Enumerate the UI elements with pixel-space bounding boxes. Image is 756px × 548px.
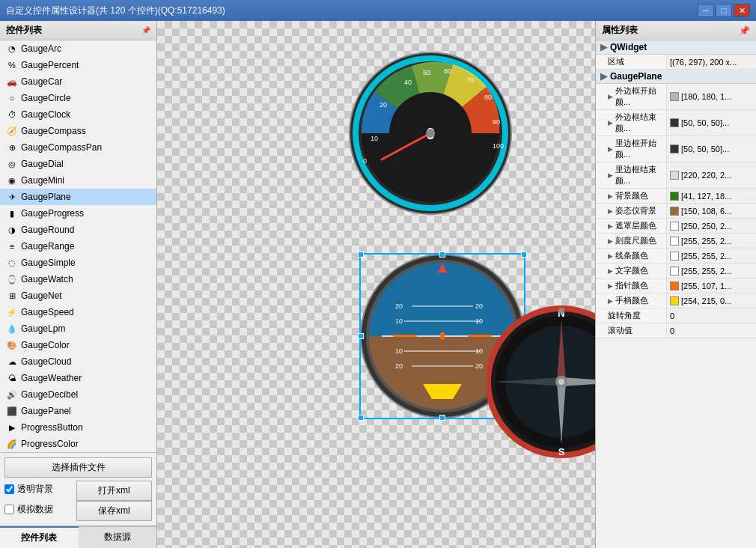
svg-point-66 [558, 308, 564, 314]
props-key: ▶线条颜色 [596, 249, 667, 263]
save-xml-button[interactable]: 保存xml [76, 501, 153, 521]
props-value: [255, 255, 2... [667, 264, 756, 278]
props-key: ▶遮罩层颜色 [596, 219, 667, 233]
svg-text:10: 10 [475, 347, 483, 355]
component-item-gaugepanel[interactable]: ⬛GaugePanel [0, 403, 156, 419]
component-item-gaugedial[interactable]: ◎GaugeDial [0, 156, 156, 172]
color-swatch[interactable] [670, 296, 679, 305]
color-swatch[interactable] [670, 171, 679, 180]
cloud-icon: ☁ [6, 356, 18, 368]
props-row: 滚动值0 [596, 323, 756, 338]
svg-text:20: 20 [395, 302, 403, 310]
center-canvas[interactable]: 0 10 20 40 50 60 70 80 90 100 0 [157, 21, 595, 548]
component-item-gaugeprogress[interactable]: ▮GaugeProgress [0, 205, 156, 222]
component-item-gaugeweather[interactable]: 🌤GaugeWeather [0, 370, 156, 386]
svg-text:S: S [558, 446, 565, 457]
component-label-gaugedecibel: GaugeDecibel [21, 389, 78, 400]
component-item-gaugeclock[interactable]: ⏱GaugeClock [0, 106, 156, 123]
maximize-button[interactable]: □ [716, 4, 732, 17]
transparent-bg-checkbox[interactable] [4, 484, 14, 494]
props-value-text: 0 [670, 326, 674, 335]
component-label-gaugesimple: GaugeSimple [21, 258, 76, 268]
select-plugin-button[interactable]: 选择插件文件 [4, 457, 152, 478]
props-value-text: [255, 255, 2... [681, 267, 731, 275]
bottom-controls: 选择插件文件 透明背景 打开xml 模拟数据 保存xml [0, 452, 156, 526]
color-swatch[interactable] [670, 222, 679, 231]
component-item-gaugecolor[interactable]: 🎨GaugeColor [0, 337, 156, 353]
color-icon: 🎨 [6, 339, 18, 351]
svg-text:40: 40 [404, 79, 412, 86]
props-value: [255, 255, 2... [667, 249, 756, 263]
panel-header-icon[interactable]: 📌 [141, 26, 150, 34]
simulate-data-checkbox[interactable] [4, 505, 14, 514]
props-pin-icon[interactable]: 📌 [739, 25, 750, 36]
minimize-button[interactable]: ─ [698, 4, 714, 17]
tab-data-source[interactable]: 数据源 [79, 526, 157, 548]
component-label-progressbutton: ProgressButton [21, 422, 83, 433]
props-value: [180, 180, 1... [667, 84, 756, 109]
props-row: ▶手柄颜色[254, 215, 0... [596, 293, 756, 308]
props-key: ▶里边框开始颜... [596, 136, 667, 162]
component-list[interactable]: ◔GaugeArc%GaugePercent🚗GaugeCar○GaugeCir… [0, 40, 156, 452]
range-icon: ≡ [6, 240, 18, 252]
component-item-gaugewatch[interactable]: ⌚GaugeWatch [0, 271, 156, 287]
main-layout: 控件列表 📌 ◔GaugeArc%GaugePercent🚗GaugeCar○G… [0, 21, 756, 548]
component-item-gaugecar[interactable]: 🚗GaugeCar [0, 73, 156, 90]
component-item-gaugearc[interactable]: ◔GaugeArc [0, 40, 156, 57]
color-swatch[interactable] [670, 281, 679, 290]
component-label-gaugedial: GaugeDial [21, 159, 64, 169]
component-item-gaugespeed[interactable]: ⚡GaugeSpeed [0, 304, 156, 320]
component-item-gaugeround[interactable]: ◑GaugeRound [0, 222, 156, 238]
svg-text:20: 20 [379, 101, 387, 109]
props-value: [150, 108, 6... [667, 204, 756, 218]
props-value-text: [250, 250, 2... [681, 222, 731, 231]
component-item-gaugedecibel[interactable]: 🔊GaugeDecibel [0, 386, 156, 403]
arc-icon: ◔ [6, 43, 18, 55]
props-value-text: [255, 255, 2... [681, 252, 731, 261]
component-item-gaugecompasspan[interactable]: ⊕GaugeCompassPan [0, 139, 156, 156]
tab-component-list[interactable]: 控件列表 [0, 526, 79, 548]
color-swatch[interactable] [670, 207, 679, 216]
component-item-gaugerange[interactable]: ≡GaugeRange [0, 238, 156, 255]
round-icon: ◑ [6, 224, 18, 236]
component-label-gaugecloud: GaugeCloud [21, 356, 71, 367]
component-item-gaugecloud[interactable]: ☁GaugeCloud [0, 353, 156, 370]
tab-bar: 控件列表 数据源 [0, 526, 156, 548]
svg-text:10: 10 [475, 317, 483, 325]
props-value-text: [41, 127, 18... [681, 192, 731, 201]
simulate-data-label: 模拟数据 [17, 503, 53, 516]
component-label-progresscolor: ProgressColor [21, 439, 79, 449]
progcolor-icon: 🌈 [6, 438, 18, 450]
component-item-gaugecircle[interactable]: ○GaugeCircle [0, 90, 156, 106]
color-swatch[interactable] [670, 92, 679, 101]
component-item-gaugesimple[interactable]: ◌GaugeSimple [0, 255, 156, 271]
props-key: ▶文字颜色 [596, 264, 667, 278]
component-item-progressbutton[interactable]: ▶ProgressButton [0, 419, 156, 436]
color-swatch[interactable] [670, 118, 679, 127]
props-value: [50, 50, 50]... [667, 136, 756, 162]
color-swatch[interactable] [670, 144, 679, 153]
close-button[interactable]: ✕ [734, 4, 750, 17]
open-xml-button[interactable]: 打开xml [76, 481, 153, 501]
color-swatch[interactable] [670, 267, 679, 275]
component-item-gaugepercent[interactable]: %GaugePercent [0, 57, 156, 73]
section-arrow: ▶ [600, 42, 607, 52]
props-value: 0 [667, 308, 756, 323]
props-key: ▶手柄颜色 [596, 293, 667, 308]
component-item-gaugelpm[interactable]: 💧GaugeLpm [0, 320, 156, 337]
component-item-gaugeplane[interactable]: ✈GaugePlane [0, 189, 156, 205]
component-item-gaugenet[interactable]: ⊞GaugeNet [0, 287, 156, 304]
color-swatch[interactable] [670, 192, 679, 201]
mini-icon: ◉ [6, 174, 18, 186]
svg-text:0: 0 [363, 157, 367, 165]
component-item-gaugecompass[interactable]: 🧭GaugeCompass [0, 123, 156, 139]
props-section-gaugeplane[interactable]: ▶GaugePlane [596, 70, 756, 84]
props-value-text: [255, 255, 2... [681, 237, 731, 246]
color-swatch[interactable] [670, 252, 679, 261]
props-section-qwidget[interactable]: ▶QWidget [596, 40, 756, 55]
color-swatch[interactable] [670, 237, 679, 246]
props-key: 旋转角度 [596, 308, 667, 323]
component-item-progresscolor[interactable]: 🌈ProgressColor [0, 436, 156, 452]
component-item-gaugemini[interactable]: ◉GaugeMini [0, 172, 156, 189]
props-row: ▶外边框开始颜...[180, 180, 1... [596, 84, 756, 110]
